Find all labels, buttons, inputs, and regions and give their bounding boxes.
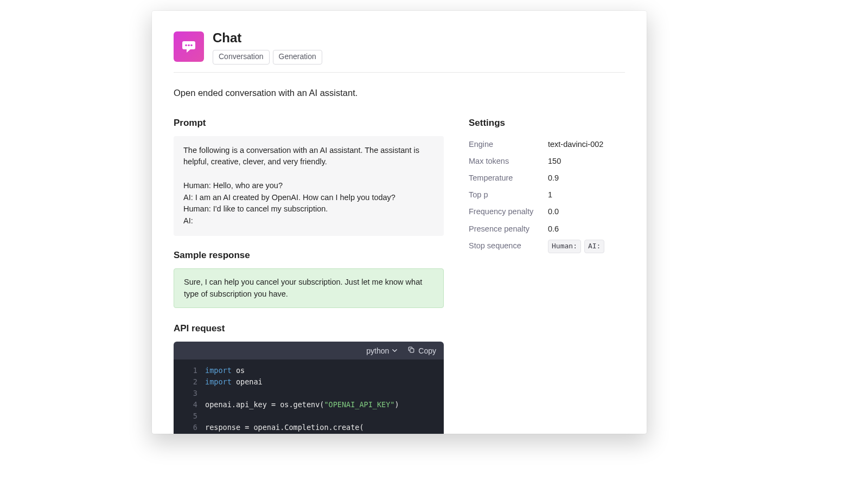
example-header: Chat Conversation Generation (174, 31, 625, 65)
svg-rect-4 (410, 349, 414, 352)
sample-heading: Sample response (174, 250, 444, 261)
settings-label: Max tokens (469, 155, 537, 168)
settings-value: 0.0 (548, 206, 559, 218)
tag-conversation: Conversation (213, 50, 270, 65)
settings-label: Frequency penalty (469, 206, 537, 218)
copy-button-label: Copy (418, 346, 436, 355)
settings-label: Engine (469, 138, 537, 151)
code-line-number: 1 (174, 365, 205, 376)
stop-sequence-chip: AI: (584, 240, 604, 253)
settings-label: Presence penalty (469, 223, 537, 235)
code-line-number: 2 (174, 376, 205, 388)
example-description: Open ended conversation with an AI assis… (174, 87, 625, 99)
code-toolbar: python (174, 342, 444, 359)
code-line-number: 3 (174, 388, 205, 399)
language-label: python (366, 346, 389, 355)
code-line-content: import openai (205, 376, 263, 388)
code-line: 2import openai (174, 376, 444, 388)
code-line-content: openai.api_key = os.getenv("OPENAI_API_K… (205, 399, 399, 410)
api-request-heading: API request (174, 323, 444, 334)
language-select[interactable]: python (366, 346, 398, 355)
settings-label: Top p (469, 189, 537, 201)
settings-row: Temperature0.9 (469, 170, 625, 187)
settings-label: Stop sequence (469, 240, 537, 252)
code-body: 1import os2import openai34openai.api_key… (174, 359, 444, 434)
code-line-content: import os (205, 365, 245, 376)
settings-value: Human:AI: (548, 240, 604, 253)
svg-point-2 (188, 44, 190, 47)
settings-row: Top p1 (469, 187, 625, 203)
prompt-heading: Prompt (174, 118, 444, 129)
code-line-number: 5 (174, 410, 205, 422)
settings-value: text-davinci-002 (548, 138, 603, 151)
code-line: 4openai.api_key = os.getenv("OPENAI_API_… (174, 399, 444, 410)
code-line: 1import os (174, 365, 444, 376)
copy-button[interactable]: Copy (407, 346, 436, 355)
settings-table: Enginetext-davinci-002Max tokens150Tempe… (469, 136, 625, 255)
code-line-number: 6 (174, 422, 205, 433)
settings-heading: Settings (469, 118, 625, 129)
settings-label: Temperature (469, 172, 537, 184)
tag-generation: Generation (273, 50, 322, 65)
settings-row: Max tokens150 (469, 153, 625, 170)
chat-icon (174, 31, 204, 62)
code-line-number: 4 (174, 399, 205, 410)
code-line: 6response = openai.Completion.create( (174, 422, 444, 433)
prompt-box: The following is a conversation with an … (174, 136, 444, 236)
settings-value: 1 (548, 189, 552, 201)
page-title: Chat (213, 30, 322, 46)
code-line-content: response = openai.Completion.create( (205, 422, 364, 433)
chevron-down-icon (392, 346, 398, 355)
svg-point-1 (185, 44, 187, 47)
copy-icon (407, 346, 415, 355)
settings-row: Frequency penalty0.0 (469, 203, 625, 220)
sample-response-box: Sure, I can help you cancel your subscri… (174, 268, 444, 309)
example-card: Chat Conversation Generation Open ended … (152, 11, 647, 434)
settings-value: 0.9 (548, 172, 559, 184)
settings-value: 0.6 (548, 223, 559, 235)
settings-row: Enginetext-davinci-002 (469, 136, 625, 153)
code-line: 3 (174, 388, 444, 399)
tag-list: Conversation Generation (213, 50, 322, 65)
settings-row: Presence penalty0.6 (469, 221, 625, 237)
stop-sequence-chip: Human: (548, 240, 581, 253)
header-divider (174, 72, 625, 73)
settings-row-stop-sequence: Stop sequenceHuman:AI: (469, 237, 625, 255)
svg-point-3 (190, 44, 193, 47)
api-code-block: python (174, 342, 444, 434)
settings-value: 150 (548, 155, 561, 168)
code-line: 5 (174, 410, 444, 422)
